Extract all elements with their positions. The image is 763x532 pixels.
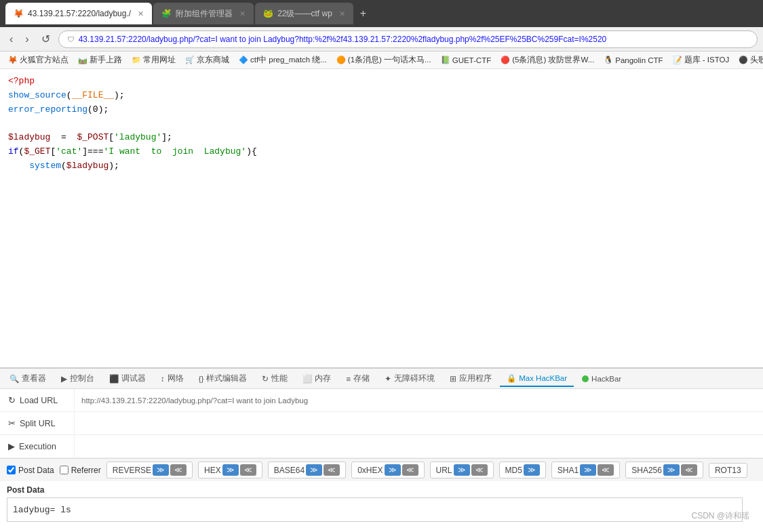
execution-label: Execution xyxy=(19,442,56,451)
console-label: 控制台 xyxy=(70,373,94,384)
reverse-decode-arrow: ≪ xyxy=(170,464,187,476)
post-data-checkbox[interactable] xyxy=(7,466,16,474)
hex-btn-label: HEX xyxy=(204,466,221,475)
bookmark-common[interactable]: 📁 常用网址 xyxy=(128,54,180,66)
load-url-value[interactable]: http://43.139.21.57:2220/ladybug.php/?ca… xyxy=(75,396,763,405)
back-button[interactable]: ‹ xyxy=(5,32,17,47)
reverse-encode-arrow: ≫ xyxy=(153,464,169,476)
maxhackbar-icon: 🔒 xyxy=(507,373,516,383)
split-url-icon: ✂ xyxy=(8,418,16,428)
bookmark-label-jd: 京东商城 xyxy=(197,55,229,65)
rot13-btn[interactable]: ROT13 xyxy=(709,463,747,478)
sha1-encode-arrow: ≫ xyxy=(580,464,596,476)
tab-console[interactable]: ▶ 控制台 xyxy=(54,371,101,386)
tab-performance[interactable]: ↻ 性能 xyxy=(255,371,294,386)
hex-btn[interactable]: HEX ≫ ≪ xyxy=(198,462,262,478)
base64-btn[interactable]: BASE64 ≫ ≪ xyxy=(268,462,346,478)
bookmark-istoj[interactable]: 📝 题库 - ISTOJ xyxy=(669,54,734,66)
tab-inspector[interactable]: 🔍 查看器 xyxy=(3,371,53,386)
referrer-checkbox-wrapper[interactable]: Referrer xyxy=(60,466,101,475)
address-bar[interactable]: 🛡 43.139.21.57:2220/ladybug.php/?cat=I w… xyxy=(58,30,758,48)
bookmark-icon-attack: 🔴 xyxy=(501,56,510,64)
tab-addon-close-button[interactable]: ✕ xyxy=(239,9,246,18)
bookmark-icon-istoj: 📝 xyxy=(673,56,682,64)
rot13-btn-label: ROT13 xyxy=(715,466,741,475)
tab-accessibility[interactable]: ✦ 无障碍环境 xyxy=(378,371,442,386)
post-data-checkbox-wrapper[interactable]: Post Data xyxy=(7,466,54,475)
reverse-btn[interactable]: REVERSE ≫ ≪ xyxy=(106,462,193,478)
bookmark-ctf-preg[interactable]: 🔷 ctf中 preg_match 绕... xyxy=(235,54,331,66)
inspector-icon: 🔍 xyxy=(9,374,19,384)
execution-icon: ▶ xyxy=(8,441,15,451)
tab-ctf-wp[interactable]: 🐸 22级——ctf wp ✕ xyxy=(255,3,353,24)
hackbar-panel: ↻ Load URL http://43.139.21.57:2220/lady… xyxy=(0,389,763,529)
bookmark-pangolin[interactable]: 🐧 Pangolin CTF xyxy=(600,54,667,66)
post-data-toolbar-label: Post Data xyxy=(18,466,54,475)
base64-encode-arrow: ≫ xyxy=(306,464,322,476)
url-btn-label: URL xyxy=(436,466,452,475)
tab-maxhackbar[interactable]: 🔒 Max HacKBar xyxy=(500,371,574,387)
code-line-4: $ladybug = $_POST['ladybug']; xyxy=(8,131,755,145)
split-url-button[interactable]: ✂ Split URL xyxy=(0,412,75,434)
url-btn[interactable]: URL ≫ ≪ xyxy=(430,462,494,478)
accessibility-icon: ✦ xyxy=(385,374,391,384)
bookmark-icon-pangolin: 🐧 xyxy=(604,56,613,64)
load-url-button[interactable]: ↻ Load URL xyxy=(0,389,75,411)
tab-debugger[interactable]: ⬛ 调试器 xyxy=(102,371,153,386)
bookmark-label-newuser: 新手上路 xyxy=(90,55,122,65)
bookmark-icon-webshell: 🟠 xyxy=(336,56,346,64)
tab-hackbar[interactable]: HackBar xyxy=(575,372,628,386)
code-line-3: error_reporting(0); xyxy=(8,103,755,117)
tab-label: 43.139.21.57:2220/ladybug./ xyxy=(28,9,131,18)
tab-close-button[interactable]: ✕ xyxy=(138,9,144,18)
bookmark-newuser[interactable]: 🛤️ 新手上路 xyxy=(74,54,126,66)
forward-button[interactable]: › xyxy=(21,32,33,47)
storage-icon: ≡ xyxy=(346,375,351,383)
0xhex-btn[interactable]: 0xHEX ≫ ≪ xyxy=(351,462,424,478)
tab-app[interactable]: ⊞ 应用程序 xyxy=(443,371,498,386)
md5-btn[interactable]: MD5 ≫ xyxy=(499,462,546,478)
console-icon: ▶ xyxy=(61,374,67,384)
bookmarks-bar: 🦊 火狐官方站点 🛤️ 新手上路 📁 常用网址 🛒 京东商城 🔷 ctf中 pr… xyxy=(0,52,763,69)
tab-addon-manager[interactable]: 🧩 附加组件管理器 ✕ xyxy=(153,3,254,24)
reverse-btn-label: REVERSE xyxy=(113,466,151,475)
md5-encode-arrow: ≫ xyxy=(524,464,540,476)
tab-addon-label: 附加组件管理器 xyxy=(176,8,233,20)
sha1-btn[interactable]: SHA1 ≫ ≪ xyxy=(551,462,620,478)
new-tab-button[interactable]: + xyxy=(355,7,372,20)
bookmark-firefox[interactable]: 🦊 火狐官方站点 xyxy=(4,54,73,66)
security-icon: 🛡 xyxy=(67,35,75,43)
bookmark-jd[interactable]: 🛒 京东商城 xyxy=(181,54,233,66)
bookmark-attack[interactable]: 🔴 (5条消息) 攻防世界W... xyxy=(496,54,598,66)
bookmark-label-firefox: 火狐官方站点 xyxy=(20,55,69,65)
tab-storage[interactable]: ≡ 存储 xyxy=(339,371,376,386)
tab-addon-favicon: 🧩 xyxy=(161,9,172,18)
post-data-input[interactable] xyxy=(7,497,743,522)
execution-button[interactable]: ▶ Execution xyxy=(0,435,75,457)
sha256-btn[interactable]: SHA256 ≫ ≪ xyxy=(625,462,703,478)
tab-active[interactable]: 🦊 43.139.21.57:2220/ladybug./ ✕ xyxy=(5,3,152,24)
execution-row: ▶ Execution xyxy=(0,435,763,458)
reload-button[interactable]: ↺ xyxy=(37,31,54,47)
tab-memory[interactable]: ⬜ 内存 xyxy=(296,371,338,386)
bookmark-label-ctf-preg: ctf中 preg_match 绕... xyxy=(250,55,327,65)
tab-style-editor[interactable]: {} 样式编辑器 xyxy=(192,371,254,386)
load-url-text: http://43.139.21.57:2220/ladybug.php/?ca… xyxy=(81,396,308,405)
sha256-encode-arrow: ≫ xyxy=(663,464,680,476)
network-icon: ↕ xyxy=(161,375,165,383)
referrer-checkbox[interactable] xyxy=(60,466,69,474)
address-text: 43.139.21.57:2220/ladybug.php/?cat=I wan… xyxy=(79,35,607,44)
0xhex-btn-label: 0xHEX xyxy=(357,466,383,475)
bookmark-webshell[interactable]: 🟠 (1条消息) 一句话木马... xyxy=(332,54,435,66)
sha256-btn-label: SHA256 xyxy=(631,466,662,475)
bookmark-guet[interactable]: 📗 GUET-CTF xyxy=(437,54,496,66)
inspector-label: 查看器 xyxy=(22,373,46,384)
tab-network[interactable]: ↕ 网络 xyxy=(154,371,191,386)
devtools-tab-bar: 🔍 查看器 ▶ 控制台 ⬛ 调试器 ↕ 网络 {} 样式编辑器 ↻ 性能 xyxy=(0,369,763,389)
page-content: <?php show_source(__FILE__); error_repor… xyxy=(0,69,763,367)
bookmark-tougao[interactable]: ⚫ 头歌实践教学平台 xyxy=(735,54,763,66)
memory-label: 内存 xyxy=(315,373,331,384)
sha1-btn-label: SHA1 xyxy=(557,466,579,475)
style-label: 样式编辑器 xyxy=(206,373,247,384)
tab-ctf-close-button[interactable]: ✕ xyxy=(339,9,345,18)
